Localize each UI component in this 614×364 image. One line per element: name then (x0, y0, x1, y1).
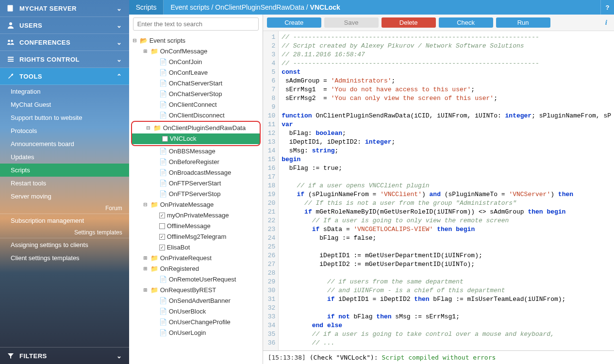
chevron-down-icon: ⌄ (116, 56, 122, 63)
document-icon: 📄 (159, 79, 167, 88)
tree-label: OnFTPServerStop (169, 189, 221, 199)
tree-node[interactable]: 📄 OnBeforeRegister (129, 157, 263, 167)
tree-node[interactable]: 📄 OnSendAdvertBanner (129, 296, 263, 306)
tree-node[interactable]: 📄 OnChatServerStop (129, 89, 263, 99)
folder-icon: 📂 (140, 36, 148, 46)
svg-point-2 (11, 40, 13, 42)
tree-node[interactable]: ⊞📁 OnRequestByREST (129, 285, 263, 296)
folder-icon: 📁 (150, 285, 158, 295)
tree-root[interactable]: ⊟📂 Event scripts (129, 35, 263, 46)
tree-node[interactable]: 📄 OnClientConnect (129, 99, 263, 110)
assigning-link[interactable]: Assigning settings to clients (0, 238, 129, 251)
tree-node[interactable]: 📄 OnUserLogin (129, 328, 263, 338)
tools-item[interactable]: Server moving (0, 190, 129, 203)
checkbox-on-icon[interactable] (159, 213, 165, 218)
document-icon: 📄 (159, 111, 167, 120)
delete-button[interactable]: Delete (382, 17, 436, 28)
checkbox-on-icon[interactable] (159, 245, 165, 250)
sidebar-head-conferences[interactable]: CONFERENCES ⌄ (0, 34, 129, 50)
tree-node[interactable]: ⊞📁 OnPrivateRequest (129, 253, 263, 264)
expand-icon[interactable]: ⊟ (143, 200, 149, 210)
tools-item[interactable]: Support button to website (0, 111, 129, 124)
wrench-icon (7, 72, 15, 80)
tree-label: OnRemoteUserRequest (169, 275, 236, 284)
tools-item[interactable]: Scripts (0, 164, 129, 177)
console-message: Script compiled without errors (382, 354, 496, 361)
tree-label: OfflineMessage (167, 221, 211, 231)
tree-node[interactable]: myOnPrivateMessage (129, 210, 263, 221)
chevron-down-icon: ⌄ (116, 22, 122, 29)
tools-item[interactable]: Updates (0, 150, 129, 164)
tree-node[interactable]: ⊞📁 OnConfMessage (129, 46, 263, 57)
sidebar-section-users: USERS ⌄ (0, 17, 129, 34)
folder-icon: 📁 (150, 47, 158, 56)
tree-node[interactable]: 📄 OnFTPServerStart (129, 178, 263, 189)
filter-icon (7, 352, 15, 360)
tree-node[interactable]: 📄 OnUserChangeProfile (129, 317, 263, 328)
line-gutter: 1234567891011121314151617181920212223242… (263, 31, 279, 350)
editor-panel: Create Save Delete Check Run i 123456789… (263, 15, 614, 364)
sidebar-head-tools[interactable]: TOOLS ⌃ (0, 68, 129, 84)
tree-node[interactable]: VNCLock (132, 133, 260, 144)
expand-icon[interactable]: ⊞ (143, 285, 149, 295)
create-button[interactable]: Create (267, 17, 321, 28)
console-timestamp: [15:13:38] (268, 354, 306, 361)
tools-item[interactable]: Announcements board (0, 137, 129, 150)
tree-node[interactable]: ⊟📁 OnPrivateMessage (129, 199, 263, 210)
tree-node[interactable]: 📄 OnChatServerStart (129, 78, 263, 89)
code-lines[interactable]: // -------------------------------------… (279, 31, 614, 350)
check-button[interactable]: Check (439, 17, 493, 28)
tree-node[interactable]: 📄 OnRemoteUserRequest (129, 274, 263, 285)
sidebar-head-rights[interactable]: RIGHTS CONTROL ⌄ (0, 51, 129, 67)
tools-item[interactable]: Restart tools (0, 177, 129, 190)
tree-node[interactable]: OfflineMsg2Telegram (129, 232, 263, 242)
sidebar-head-server[interactable]: MYCHAT SERVER ⌄ (0, 0, 129, 17)
document-icon: 📄 (159, 89, 167, 99)
tree-label: OnClientPluginSendRawData (163, 123, 246, 133)
tree-node[interactable]: 📄 OnConfJoin (129, 57, 263, 67)
expand-icon[interactable]: ⊟ (132, 36, 138, 46)
expand-icon[interactable]: ⊞ (143, 47, 149, 56)
info-button[interactable]: i (602, 18, 610, 27)
tree-node[interactable]: 📄 OnBroadcastMessage (129, 167, 263, 178)
tree-label: OnChatServerStop (169, 89, 222, 99)
expand-icon[interactable]: ⊟ (146, 123, 151, 133)
sidebar-head-users[interactable]: USERS ⌄ (0, 17, 129, 33)
sidebar-label: USERS (19, 22, 42, 29)
tree-node[interactable]: OfflineMessage (129, 221, 263, 232)
document-icon: 📄 (159, 307, 167, 316)
settings-templates-link[interactable]: Settings templates (0, 227, 129, 238)
tree-node[interactable]: 📄 OnUserBlock (129, 306, 263, 317)
run-button[interactable]: Run (496, 17, 550, 28)
help-button[interactable]: ? (600, 0, 614, 15)
document-icon: 📄 (159, 179, 167, 188)
search-input[interactable] (133, 17, 259, 31)
code-editor[interactable]: 1234567891011121314151617181920212223242… (263, 31, 614, 350)
user-icon (7, 21, 15, 29)
expand-icon[interactable]: ⊞ (143, 253, 149, 263)
tree-node[interactable]: ⊞📁 OnRegistered (129, 264, 263, 274)
checkbox-on-icon[interactable] (159, 234, 165, 240)
folder-icon: 📁 (153, 123, 161, 133)
checkbox-off-icon[interactable] (159, 223, 165, 229)
tree-node[interactable]: 📄 OnBBSMessage (129, 146, 263, 157)
tree-node[interactable]: 📄 OnFTPServerStop (129, 189, 263, 199)
tree-label: Event scripts (149, 36, 185, 46)
tab-scripts[interactable]: Scripts (129, 0, 164, 15)
tree-label: OnBeforeRegister (169, 157, 219, 167)
tools-item[interactable]: Protocols (0, 124, 129, 137)
client-templates-link[interactable]: Client settings templates (0, 251, 129, 265)
tree-node[interactable]: ElisaBot (129, 242, 263, 253)
tree-node[interactable]: ⊟📁 OnClientPluginSendRawData (132, 123, 260, 133)
checkbox-on-icon[interactable] (162, 136, 168, 142)
forum-link[interactable]: Forum (0, 203, 129, 214)
subscription-link[interactable]: Subscription management (0, 214, 129, 227)
tree-node[interactable]: 📄 OnClientDisconnect (129, 110, 263, 121)
expand-icon[interactable]: ⊞ (143, 264, 149, 274)
folder-icon: 📁 (150, 264, 158, 274)
sidebar-head-filters[interactable]: FILTERS ⌄ (0, 347, 129, 364)
tools-item[interactable]: Integration (0, 85, 129, 98)
tree-label: OnBroadcastMessage (169, 168, 232, 178)
tree-node[interactable]: 📄 OnConfLeave (129, 67, 263, 78)
tools-item[interactable]: MyChat Guest (0, 98, 129, 111)
